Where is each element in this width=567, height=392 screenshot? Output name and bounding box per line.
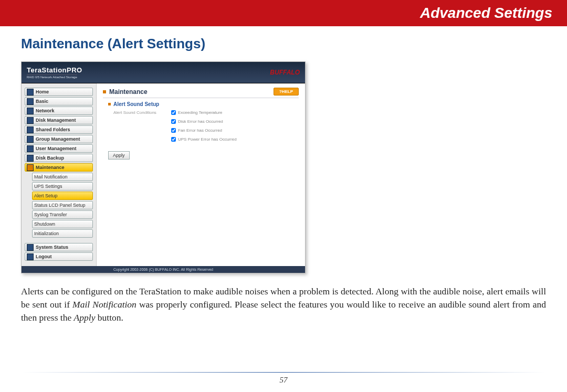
checkbox-disk-error[interactable]: Disk Error has Occurred [171, 119, 237, 124]
folder-icon [27, 126, 34, 133]
checkbox-label: Exceeding Temperature [178, 110, 222, 115]
checkbox-label: Fan Error has Occurred [178, 128, 222, 133]
banner: Advanced Settings [0, 0, 567, 26]
logout-icon [27, 253, 34, 260]
nav-initialization[interactable]: Initialization [32, 229, 93, 238]
nav-label: Disk Backup [36, 155, 64, 161]
nav-label: Initialization [34, 231, 59, 236]
nav-logout[interactable]: Logout [25, 252, 93, 261]
network-icon [27, 108, 34, 114]
checkbox-fan-error[interactable]: Fan Error has Occurred [171, 128, 237, 133]
nav-label: Home [36, 89, 49, 94]
alert-conditions-row: Alert Sound Conditions Exceeding Tempera… [113, 110, 299, 142]
bullet-icon [108, 103, 111, 105]
bullet-icon [103, 90, 106, 93]
nav-label: Syslog Transfer [34, 212, 67, 217]
panel-title: Maintenance [103, 88, 148, 96]
apply-button[interactable]: Apply [108, 151, 130, 160]
body-text-3: button. [95, 312, 123, 323]
checkbox-input[interactable] [171, 128, 176, 133]
nav-basic[interactable]: Basic [25, 97, 93, 105]
status-icon [27, 244, 34, 251]
disk-icon [27, 117, 34, 124]
nav-home[interactable]: Home [25, 88, 93, 96]
nav-maintenance[interactable]: Maintenance [25, 163, 93, 172]
nav-label: Status LCD Panel Setup [34, 203, 86, 208]
page-number: 57 [0, 372, 567, 385]
nav-status-lcd[interactable]: Status LCD Panel Setup [32, 201, 93, 209]
nav-system-status[interactable]: System Status [25, 243, 93, 251]
checkbox-label: UPS Power Error has Occurred [178, 137, 237, 142]
nav-label: Shutdown [34, 221, 55, 227]
nav-label: Network [36, 108, 55, 113]
nav-label: Maintenance [36, 165, 65, 170]
nav-label: Mail Notification [34, 174, 68, 179]
checkbox-label: Disk Error has Occurred [178, 119, 223, 124]
panel-title-text: Maintenance [109, 88, 148, 96]
nav-shutdown[interactable]: Shutdown [32, 220, 93, 228]
checkbox-input[interactable] [171, 137, 176, 142]
nav-label: Disk Management [36, 118, 76, 123]
checkbox-input[interactable] [171, 119, 176, 124]
nav-syslog-transfer[interactable]: Syslog Transfer [32, 210, 93, 219]
subsection-text: Alert Sound Setup [113, 101, 159, 107]
section-title: Maintenance (Alert Settings) [21, 36, 567, 52]
nav-label: Logout [36, 254, 52, 259]
backup-icon [27, 155, 34, 162]
nav-label: UPS Settings [34, 184, 62, 189]
row-label: Alert Sound Conditions [113, 110, 171, 142]
checkbox-input[interactable] [171, 110, 176, 115]
product-tagline: RAID 0/5 Network Attached Storage [27, 75, 77, 79]
app-titlebar: TeraStationPRO RAID 0/5 Network Attached… [22, 62, 305, 83]
nav-label: Shared Folders [36, 127, 70, 132]
checkbox-exceeding-temperature[interactable]: Exceeding Temperature [171, 110, 237, 115]
basic-icon [27, 98, 34, 105]
maintenance-icon [27, 164, 34, 171]
nav-ups-settings[interactable]: UPS Settings [32, 182, 93, 190]
group-icon [27, 136, 34, 143]
subsection-title: Alert Sound Setup [108, 101, 299, 107]
nav-network[interactable]: Network [25, 107, 93, 115]
nav-label: Basic [36, 99, 48, 104]
nav-label: Group Management [36, 136, 80, 142]
main-panel: Maintenance ?HELP Alert Sound Setup Aler… [97, 83, 305, 266]
nav-label: System Status [36, 245, 68, 250]
product-name: TeraStationPRO [27, 66, 82, 74]
checkbox-ups-error[interactable]: UPS Power Error has Occurred [171, 137, 237, 142]
nav-label: User Management [36, 146, 77, 151]
nav-disk-backup[interactable]: Disk Backup [25, 154, 93, 162]
home-icon [27, 89, 34, 96]
banner-title: Advanced Settings [420, 5, 552, 22]
help-button[interactable]: ?HELP [274, 88, 299, 96]
nav-shared-folders[interactable]: Shared Folders [25, 125, 93, 134]
embedded-screenshot: TeraStationPRO RAID 0/5 Network Attached… [21, 61, 306, 273]
nav-user-management[interactable]: User Management [25, 144, 93, 153]
nav-mail-notification[interactable]: Mail Notification [32, 173, 93, 181]
body-italic-2: Apply [74, 312, 96, 323]
nav-alert-setup[interactable]: Alert Setup [32, 192, 93, 200]
body-paragraph: Alerts can be configured on the TeraStat… [21, 285, 546, 324]
nav-disk-management[interactable]: Disk Management [25, 116, 93, 124]
nav-group-management[interactable]: Group Management [25, 135, 93, 143]
nav-label: Alert Setup [34, 193, 58, 198]
body-italic-1: Mail Notification [72, 299, 136, 310]
sidebar: Home Basic Network Disk Management Share… [22, 83, 97, 266]
app-footer: Copyright 2002-2006 (C) BUFFALO INC. All… [22, 266, 305, 273]
brand-logo: BUFFALO [270, 69, 300, 76]
user-icon [27, 145, 34, 152]
